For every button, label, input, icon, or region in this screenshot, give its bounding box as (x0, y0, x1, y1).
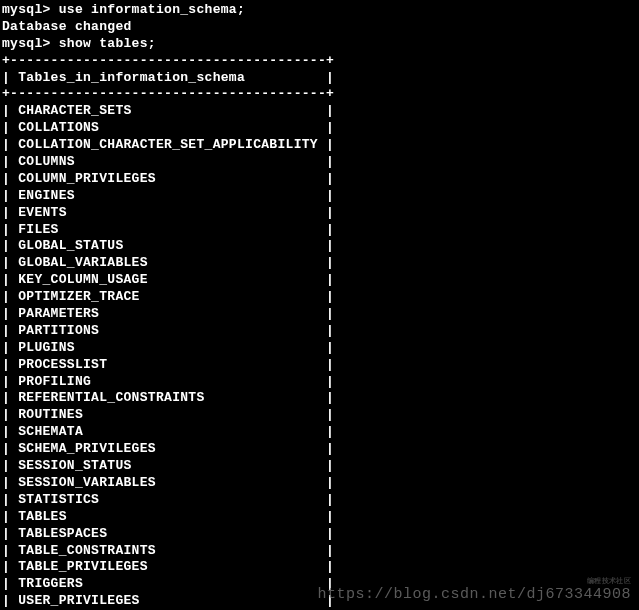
table-row: | PROCESSLIST | (2, 357, 639, 374)
table-row: | PLUGINS | (2, 340, 639, 357)
table-row: | FILES | (2, 222, 639, 239)
table-row: | TABLESPACES | (2, 526, 639, 543)
table-row: | PROFILING | (2, 374, 639, 391)
table-row: | SCHEMATA | (2, 424, 639, 441)
table-row: | ENGINES | (2, 188, 639, 205)
table-row: | SCHEMA_PRIVILEGES | (2, 441, 639, 458)
table-row: | ROUTINES | (2, 407, 639, 424)
watermark-url: https://blog.csdn.net/dj673344908 (317, 585, 631, 605)
table-row: | TABLE_PRIVILEGES | (2, 559, 639, 576)
table-row: | COLLATION_CHARACTER_SET_APPLICABILITY … (2, 137, 639, 154)
table-row: | STATISTICS | (2, 492, 639, 509)
table-row: | KEY_COLUMN_USAGE | (2, 272, 639, 289)
table-row: | TABLE_CONSTRAINTS | (2, 543, 639, 560)
mysql-prompt-use: mysql> use information_schema; (2, 2, 639, 19)
table-row: | COLUMN_PRIVILEGES | (2, 171, 639, 188)
table-row: | SESSION_VARIABLES | (2, 475, 639, 492)
table-border: +---------------------------------------… (2, 86, 639, 103)
mysql-prompt-show: mysql> show tables; (2, 36, 639, 53)
table-row: | TABLES | (2, 509, 639, 526)
table-row: | COLUMNS | (2, 154, 639, 171)
table-row: | GLOBAL_STATUS | (2, 238, 639, 255)
table-row: | CHARACTER_SETS | (2, 103, 639, 120)
table-row: | COLLATIONS | (2, 120, 639, 137)
table-row: | EVENTS | (2, 205, 639, 222)
table-border: +---------------------------------------… (2, 53, 639, 70)
table-row: | PARTITIONS | (2, 323, 639, 340)
table-row: | OPTIMIZER_TRACE | (2, 289, 639, 306)
table-header: | Tables_in_information_schema | (2, 70, 639, 87)
mysql-response: Database changed (2, 19, 639, 36)
mysql-terminal-output: mysql> use information_schema;Database c… (2, 2, 639, 610)
table-row: | REFERENTIAL_CONSTRAINTS | (2, 390, 639, 407)
table-row: | PARAMETERS | (2, 306, 639, 323)
table-row: | SESSION_STATUS | (2, 458, 639, 475)
table-row: | GLOBAL_VARIABLES | (2, 255, 639, 272)
